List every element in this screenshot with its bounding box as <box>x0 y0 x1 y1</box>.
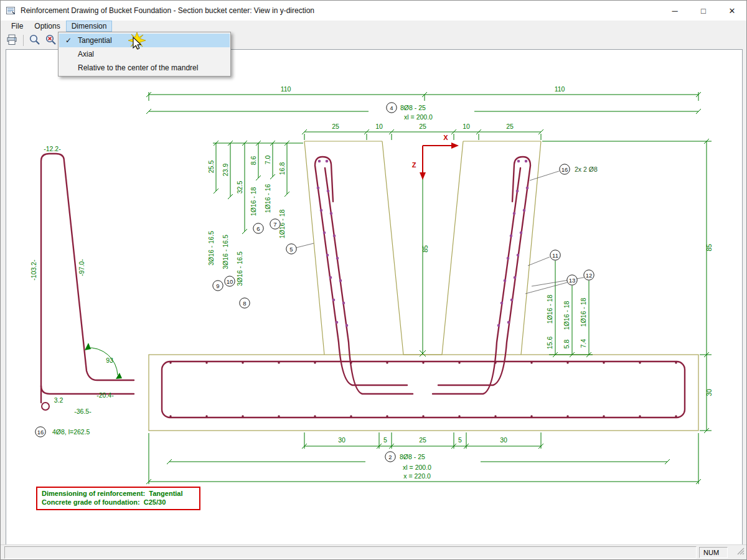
bar-mark-5: 5 <box>286 244 296 254</box>
dim-label: 8.6 <box>250 156 257 166</box>
dim-label: 110 <box>281 85 291 93</box>
window-title: Reinforcement Drawing of Bucket Foundati… <box>21 6 314 15</box>
angle-label: 93 <box>106 357 113 364</box>
dim-label: 5.8 <box>563 340 570 349</box>
svg-text:11: 11 <box>552 252 558 259</box>
slab-bar-dots <box>171 363 676 416</box>
svg-text:2: 2 <box>388 454 392 460</box>
menu-dimension[interactable]: Dimension <box>66 21 113 32</box>
print-icon <box>6 34 18 46</box>
bar-label: 8Ø8 - 25 <box>400 104 426 111</box>
dimension-lines <box>146 92 712 484</box>
bar-mark-10: 10 <box>225 276 235 286</box>
bar-label: 8Ø8 - 25 <box>400 453 425 460</box>
titlebar: Reinforcement Drawing of Bucket Foundati… <box>1 1 746 21</box>
dim-label: 25 <box>506 123 514 130</box>
dim-label: 30 <box>705 389 713 396</box>
svg-text:6: 6 <box>256 225 260 232</box>
dim-label: -103.2- <box>30 259 37 281</box>
note-box: Dimensioning of reinforcement: Tangentia… <box>37 487 200 510</box>
window-controls: ─ □ ✕ <box>660 1 746 21</box>
dim-label: 110 <box>555 85 565 93</box>
bar-mark-8: 8 <box>240 298 250 308</box>
reinforcement-drawing: -12.2- -103.2- -97.0- 93 3.2 -20.4- -36.… <box>6 50 742 545</box>
menu-item-axial[interactable]: Axial <box>59 47 230 61</box>
dim-label: 7.4 <box>580 339 587 348</box>
menubar: File Options Dimension <box>1 21 746 32</box>
print-button[interactable] <box>4 33 19 48</box>
menu-item-tangential[interactable]: ✓ Tangential <box>59 34 230 47</box>
dim-label: -97.0- <box>78 259 85 276</box>
menu-item-label: Axial <box>74 50 94 58</box>
bar-label: 3Ø16 - 16.5 <box>207 231 215 266</box>
note-line-1: Dimensioning of reinforcement: Tangentia… <box>42 490 183 497</box>
bar-label: 1Ø16 - 18 <box>250 187 257 216</box>
dim-label: 23.9 <box>222 164 229 177</box>
z-axis-arrow <box>420 172 426 180</box>
dim-label: 7.0 <box>264 156 271 165</box>
dim-label: -36.5- <box>74 408 92 415</box>
menu-item-label: Tangential <box>74 36 112 45</box>
svg-text:16: 16 <box>561 166 568 173</box>
bar-label: 1Ø16 - 18 <box>546 294 553 324</box>
dimension-ticks <box>146 92 709 484</box>
dim-label: 10 <box>375 123 383 130</box>
resize-grip[interactable] <box>736 547 745 558</box>
close-button[interactable]: ✕ <box>718 1 746 21</box>
bar-label: 4Ø8, l=262.5 <box>52 428 90 436</box>
dimension-menu: ✓ Tangential Axial Relative to the cente… <box>58 32 231 77</box>
bar-mark-11: 11 <box>550 250 560 260</box>
minimize-button[interactable]: ─ <box>660 1 689 21</box>
svg-text:13: 13 <box>569 277 576 284</box>
slab-rebar-loop <box>162 362 685 418</box>
bar-mark-9: 9 <box>213 281 223 291</box>
menu-options[interactable]: Options <box>29 21 65 32</box>
dim-label: 85 <box>705 244 713 251</box>
dim-label: 30 <box>338 436 345 444</box>
dim-label: 32.5 <box>236 181 243 194</box>
bar-label: 1Ø16 - 18 <box>563 301 570 330</box>
svg-text:10: 10 <box>227 278 233 285</box>
dim-label: 5 <box>458 436 462 444</box>
toolbar-separator <box>23 35 24 46</box>
zoom-button[interactable] <box>27 33 42 48</box>
bar-label: 3Ø16 - 16.5 <box>222 235 229 269</box>
dim-label: 30 <box>500 436 507 444</box>
wall-elevation-view: -12.2- -103.2- -97.0- 93 3.2 -20.4- -36.… <box>30 145 134 437</box>
statusbar-num-indicator: NUM <box>699 547 728 558</box>
maximize-button[interactable]: □ <box>689 1 718 21</box>
note-line-2: Concrete grade of foundation: C25/30 <box>42 498 166 506</box>
dim-label: 25 <box>419 123 426 130</box>
check-icon: ✓ <box>63 36 74 45</box>
bar-mark-6: 6 <box>253 223 263 233</box>
z-axis-label: Z <box>412 161 416 169</box>
dim-label: 25.5 <box>207 161 215 174</box>
left-wall-bar-inner <box>325 168 413 394</box>
svg-text:7: 7 <box>273 221 276 228</box>
zoom-icon <box>29 34 41 46</box>
bar-mark-2: 2 <box>385 452 395 462</box>
menu-file[interactable]: File <box>6 21 29 32</box>
menu-item-relative-mandrel[interactable]: Relative to the center of the mandrel <box>59 61 230 75</box>
bar-mark-13: 13 <box>567 275 577 285</box>
bar-mark-16-section: 16 <box>560 164 570 174</box>
drawing-area: -12.2- -103.2- -97.0- 93 3.2 -20.4- -36.… <box>6 49 743 546</box>
bar-sublabel: xl = 200.0 <box>403 464 431 471</box>
dimension-labels: 110 110 4 8Ø8 - 25 xl = 200.0 25 10 25 1… <box>207 85 713 480</box>
coordinate-axes: X Z <box>412 134 459 180</box>
zoom-cancel-button[interactable] <box>44 33 59 48</box>
svg-text:8: 8 <box>243 300 246 307</box>
app-window: Reinforcement Drawing of Bucket Foundati… <box>0 0 747 560</box>
dim-label: 5 <box>383 436 387 444</box>
svg-text:16: 16 <box>37 429 44 436</box>
dim-label: 25 <box>419 436 426 444</box>
dim-label: 85 <box>421 245 429 253</box>
statusbar-main-panel <box>4 546 697 559</box>
reinforcement-bars <box>162 157 685 418</box>
bar-mark-4: 4 <box>387 103 397 113</box>
bar-label: 1Ø16 - 18 <box>580 297 587 327</box>
app-icon <box>6 6 16 16</box>
dim-label: -20.4- <box>96 391 114 399</box>
dim-label: -12.2- <box>44 145 61 152</box>
statusbar: NUM <box>1 544 746 559</box>
